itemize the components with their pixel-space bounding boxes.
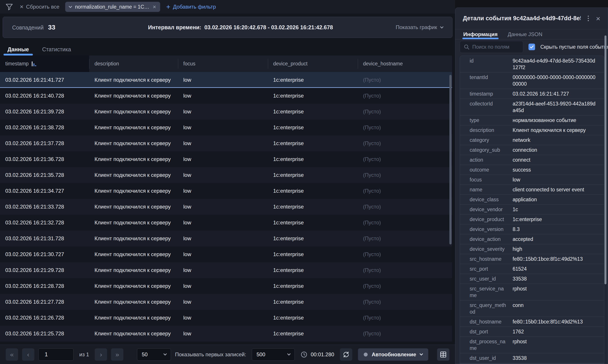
tab-json-data[interactable]: Данные JSON [508, 29, 542, 39]
device_product-cell: 1c:enterprise [268, 167, 358, 183]
kebab-menu-icon[interactable] [586, 14, 590, 23]
add-filter-button[interactable]: + Добавить фильтр [166, 3, 216, 10]
refresh-button[interactable] [340, 348, 352, 361]
table-row[interactable]: 03.02.2026 16:21:37.728Клиент подключилс… [0, 135, 452, 151]
timestamp-cell: 03.02.2026 16:21:40.728 [0, 88, 89, 104]
table-row[interactable]: 03.02.2026 16:21:40.728Клиент подключилс… [0, 88, 452, 104]
field-key: tenantId [470, 74, 513, 87]
field-value: conn [513, 302, 604, 315]
field-value: 1c:enterprise [513, 216, 604, 223]
table-row[interactable]: 03.02.2026 16:21:33.728Клиент подключилс… [0, 199, 452, 215]
event-field-row: category_subconnection [460, 145, 604, 155]
device_hostname-cell: (Пусто) [358, 278, 452, 294]
close-icon: × [20, 4, 23, 10]
first-page-button[interactable]: « [6, 348, 18, 361]
table-row[interactable]: 03.02.2026 16:21:36.728Клиент подключилс… [0, 151, 452, 167]
column-settings-button[interactable] [437, 348, 449, 361]
matches-label: Совпадений [12, 25, 44, 31]
focus-cell: low [178, 151, 268, 167]
table-row[interactable]: 03.02.2026 16:21:29.728Клиент подключилс… [0, 262, 452, 278]
page-number-input[interactable] [38, 348, 74, 361]
table-row[interactable]: 03.02.2026 16:21:41.727Клиент подключилс… [0, 72, 452, 88]
table-vertical-scrollbar[interactable] [449, 75, 452, 245]
field-key: collectorId [470, 100, 513, 114]
records-limit-select[interactable]: 500 [252, 348, 295, 361]
tab-statistics[interactable]: Статистика [38, 43, 75, 55]
field-key: src_port [470, 266, 513, 272]
hide-empty-fields-checkbox[interactable] [529, 44, 535, 50]
filter-chip[interactable]: normalization_rule_name = 1C… × [65, 2, 160, 12]
description-cell: Клиент подключился к серверу [89, 231, 178, 247]
show-chart-label: Показать график [396, 24, 437, 30]
device_hostname-cell: (Пусто) [358, 183, 452, 199]
autorefresh-button[interactable]: Автообновление [358, 348, 428, 361]
table-row[interactable]: 03.02.2026 16:21:30.727Клиент подключилс… [0, 247, 452, 262]
page-size-select[interactable]: 50 [137, 348, 171, 361]
timestamp-cell: 03.02.2026 16:21:37.728 [0, 135, 89, 151]
table-row[interactable]: 03.02.2026 16:21:25.728Клиент подключилс… [0, 326, 452, 341]
column-header-device-product[interactable]: device_product [268, 55, 358, 72]
field-key: device_product [470, 216, 513, 223]
event-field-row: src_hostnamefe80::15b0:1bce:8f1c:49d2%13 [460, 254, 604, 264]
description-cell: Клиент подключился к серверу [89, 262, 178, 278]
remove-filter-icon[interactable]: × [153, 4, 156, 10]
pagination-toolbar: « ‹ из 1 › » 50 Показывать первых записе… [0, 345, 455, 364]
table-row[interactable]: 03.02.2026 16:21:34.727Клиент подключилс… [0, 183, 452, 199]
table-row[interactable]: 03.02.2026 16:21:31.728Клиент подключилс… [0, 231, 452, 247]
table-row[interactable]: 03.02.2026 16:21:27.728Клиент подключилс… [0, 294, 452, 310]
tab-information[interactable]: Информация [463, 29, 498, 39]
panel-vertical-scrollbar[interactable] [605, 36, 607, 284]
field-value: 61524 [513, 266, 604, 272]
field-value: 03.02.2026 16:21:41.727 [513, 91, 604, 97]
prev-page-button[interactable]: ‹ [22, 348, 34, 361]
show-chart-button[interactable]: Показать график [396, 24, 443, 30]
timestamp-cell: 03.02.2026 16:21:35.728 [0, 167, 89, 183]
field-value: 1762 [513, 328, 604, 335]
column-header-focus[interactable]: focus [178, 55, 268, 72]
table-row[interactable]: 03.02.2026 16:21:28.728Клиент подключилс… [0, 278, 452, 294]
column-header-description[interactable]: description [89, 55, 178, 72]
tab-data-label: Данные [8, 46, 29, 53]
next-page-button[interactable]: › [95, 348, 107, 361]
reset-all-filters-button[interactable]: × Сбросить все [20, 4, 59, 10]
column-header-device-hostname[interactable]: device_hostname [358, 55, 452, 72]
last-page-button[interactable]: » [111, 348, 123, 361]
last-page-icon: » [115, 351, 119, 358]
event-field-row: dst_hostnamefe80::15b0:1bce:8f1c:49d2%13 [460, 317, 604, 327]
field-search-box [460, 41, 523, 53]
query-time-group: 00:01.280 [301, 351, 334, 358]
close-panel-button[interactable]: × [596, 15, 600, 22]
device_product-cell: 1c:enterprise [268, 119, 358, 135]
table-row[interactable]: 03.02.2026 16:21:35.728Клиент подключилс… [0, 167, 452, 183]
description-cell: Клиент подключился к серверу [89, 310, 178, 326]
first-page-icon: « [10, 351, 14, 358]
event-field-row: descriptionКлиент подключился к серверу [460, 125, 604, 135]
event-field-row: src_port61524 [460, 264, 604, 274]
timestamp-cell: 03.02.2026 16:21:34.727 [0, 183, 89, 199]
device_hostname-cell: (Пусто) [358, 231, 452, 247]
field-key: action [470, 156, 513, 163]
matches-count: 33 [48, 24, 55, 31]
table-row[interactable]: 03.02.2026 16:21:32.728Клиент подключилс… [0, 215, 452, 231]
page-total-label: из 1 [79, 351, 89, 358]
column-header-timestamp[interactable]: timestamp [0, 55, 89, 72]
table-row[interactable]: 03.02.2026 16:21:39.728Клиент подключилс… [0, 104, 452, 119]
field-key: device_action [470, 236, 513, 242]
tab-data[interactable]: Данные [3, 43, 33, 55]
field-key: focus [470, 176, 513, 183]
table-row[interactable]: 03.02.2026 16:21:26.728Клиент подключилс… [0, 310, 452, 326]
focus-cell: low [178, 310, 268, 326]
focus-cell: low [178, 167, 268, 183]
records-limit-value: 500 [256, 351, 265, 358]
focus-cell: low [178, 294, 268, 310]
field-value: network [513, 137, 604, 143]
event-field-row: src_query_methodconn [460, 300, 604, 317]
field-search-input[interactable] [472, 44, 519, 50]
field-search-row: Скрыть пустые поля события [455, 39, 608, 54]
focus-cell: low [178, 278, 268, 294]
event-field-row: device_product1c:enterprise [460, 214, 604, 224]
device_product-cell: 1c:enterprise [268, 135, 358, 151]
device_product-cell: 1c:enterprise [268, 104, 358, 119]
description-cell: Клиент подключился к серверу [89, 151, 178, 167]
table-row[interactable]: 03.02.2026 16:21:38.728Клиент подключилс… [0, 119, 452, 135]
